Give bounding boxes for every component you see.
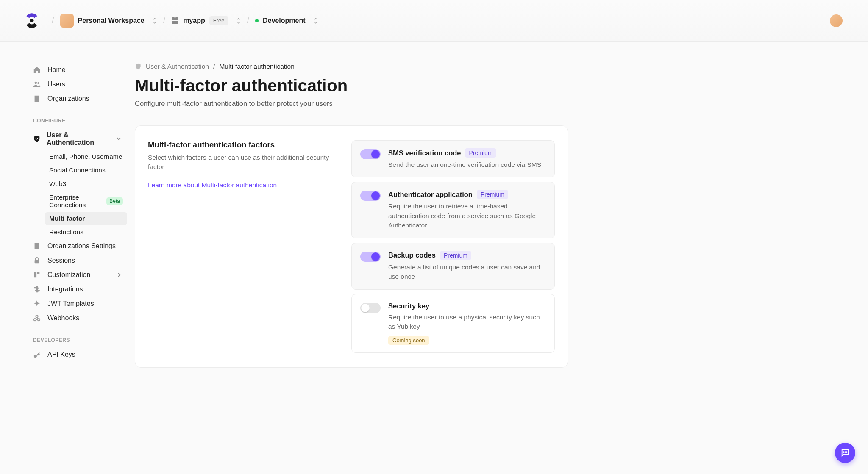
sidebar-item-label: API Keys bbox=[47, 351, 75, 358]
palette-icon bbox=[33, 271, 42, 279]
panel-description: Select which factors a user can use as t… bbox=[148, 153, 334, 172]
factor-toggle[interactable] bbox=[360, 191, 381, 201]
key-icon bbox=[33, 351, 42, 358]
premium-badge: Premium bbox=[465, 148, 496, 158]
svg-rect-2 bbox=[175, 17, 178, 20]
product-logo bbox=[25, 13, 38, 28]
factor-row: Authenticator application Premium Requir… bbox=[351, 182, 555, 238]
sidebar-item-label: Web3 bbox=[49, 180, 66, 188]
sidebar-item-api-keys[interactable]: API Keys bbox=[33, 347, 127, 362]
puzzle-icon bbox=[33, 286, 42, 293]
svg-rect-1 bbox=[172, 17, 175, 20]
breadcrumb-parent[interactable]: User & Authentication bbox=[146, 63, 209, 70]
chevron-down-icon bbox=[116, 135, 121, 143]
webhooks-icon bbox=[33, 314, 42, 322]
chevron-right-icon bbox=[117, 271, 121, 279]
beta-badge: Beta bbox=[106, 197, 123, 205]
main-content: User & Authentication / Multi-factor aut… bbox=[127, 42, 602, 385]
sidebar: Home Users Organizations CONFIGURE User … bbox=[0, 42, 127, 385]
factor-title: Authenticator application bbox=[388, 191, 473, 199]
factor-toggle[interactable] bbox=[360, 252, 381, 262]
app-icon bbox=[171, 17, 179, 25]
sidebar-item-label: Organizations Settings bbox=[47, 242, 116, 250]
home-icon bbox=[33, 66, 42, 74]
sidebar-heading-developers: DEVELOPERS bbox=[33, 325, 127, 347]
sidebar-item-webhooks[interactable]: Webhooks bbox=[33, 311, 127, 325]
sidebar-item-web3[interactable]: Web3 bbox=[45, 177, 127, 191]
sidebar-item-org-settings[interactable]: Organizations Settings bbox=[33, 239, 127, 253]
factor-description: Send the user an one-time verification c… bbox=[388, 160, 546, 169]
sidebar-item-email-phone[interactable]: Email, Phone, Username bbox=[45, 150, 127, 164]
workspace-selector[interactable]: Personal Workspace bbox=[60, 14, 157, 28]
sidebar-item-multi-factor[interactable]: Multi-factor bbox=[45, 212, 127, 225]
user-avatar[interactable] bbox=[830, 14, 843, 27]
sidebar-item-jwt[interactable]: JWT Templates bbox=[33, 297, 127, 311]
shield-icon bbox=[135, 63, 142, 70]
sidebar-item-social[interactable]: Social Connections bbox=[45, 164, 127, 177]
svg-point-4 bbox=[35, 82, 37, 84]
sidebar-item-organizations[interactable]: Organizations bbox=[33, 91, 127, 106]
sparkle-icon bbox=[33, 300, 42, 308]
svg-point-0 bbox=[30, 19, 34, 22]
users-icon bbox=[33, 80, 42, 88]
page-title: Multi-factor authentication bbox=[135, 76, 568, 95]
factors-card: Multi-factor authentication factors Sele… bbox=[135, 125, 568, 368]
factor-toggle[interactable] bbox=[360, 149, 381, 159]
shield-check-icon bbox=[33, 135, 41, 143]
sidebar-item-label: Social Connections bbox=[49, 166, 106, 174]
status-dot-icon bbox=[255, 19, 259, 22]
factor-description: Generate a list of unique codes a user c… bbox=[388, 263, 546, 282]
workspace-name: Personal Workspace bbox=[78, 17, 145, 25]
sidebar-item-label: JWT Templates bbox=[47, 300, 94, 308]
coming-soon-badge: Coming soon bbox=[388, 336, 429, 345]
sidebar-item-label: Organizations bbox=[47, 95, 89, 103]
breadcrumb-separator: / bbox=[163, 16, 166, 25]
workspace-avatar bbox=[60, 14, 74, 28]
breadcrumb: User & Authentication / Multi-factor aut… bbox=[135, 63, 568, 70]
plan-badge: Free bbox=[209, 16, 228, 25]
breadcrumb-separator: / bbox=[213, 63, 215, 70]
factor-title: SMS verification code bbox=[388, 149, 461, 157]
svg-rect-3 bbox=[172, 21, 178, 24]
building-icon bbox=[33, 95, 42, 103]
factor-row: SMS verification code Premium Send the u… bbox=[351, 140, 555, 177]
environment-selector[interactable]: Development bbox=[255, 17, 318, 25]
sidebar-item-label: Multi-factor bbox=[49, 215, 85, 222]
factor-title: Security key bbox=[388, 302, 429, 310]
sidebar-item-sessions[interactable]: Sessions bbox=[33, 253, 127, 268]
sidebar-item-label: Users bbox=[47, 80, 65, 88]
svg-point-9 bbox=[36, 315, 38, 317]
svg-rect-6 bbox=[35, 260, 39, 263]
sidebar-heading-configure: CONFIGURE bbox=[33, 106, 127, 128]
sidebar-item-customization[interactable]: Customization bbox=[33, 268, 127, 282]
app-selector[interactable]: myapp Free bbox=[171, 16, 241, 25]
sidebar-item-restrictions[interactable]: Restrictions bbox=[45, 225, 127, 239]
sidebar-item-label: Webhooks bbox=[47, 314, 79, 322]
panel-title: Multi-factor authentication factors bbox=[148, 140, 334, 150]
premium-badge: Premium bbox=[440, 251, 471, 260]
sidebar-item-enterprise[interactable]: Enterprise ConnectionsBeta bbox=[45, 191, 127, 212]
sidebar-item-home[interactable]: Home bbox=[33, 63, 127, 77]
sidebar-item-label: Restrictions bbox=[49, 228, 83, 236]
learn-more-link[interactable]: Learn more about Multi-factor authentica… bbox=[148, 181, 277, 188]
environment-name: Development bbox=[263, 17, 305, 25]
sidebar-item-user-auth[interactable]: User & Authentication bbox=[33, 128, 127, 150]
sidebar-item-label: Customization bbox=[47, 271, 90, 279]
sidebar-item-users[interactable]: Users bbox=[33, 77, 127, 91]
premium-badge: Premium bbox=[477, 190, 508, 199]
building-icon bbox=[33, 242, 42, 250]
sidebar-item-label: Email, Phone, Username bbox=[49, 153, 122, 161]
factor-toggle[interactable] bbox=[360, 303, 381, 313]
chevron-up-down-icon bbox=[313, 17, 318, 24]
factor-description: Require the user to use a physical secur… bbox=[388, 313, 546, 332]
breadcrumb-separator: / bbox=[52, 16, 54, 25]
svg-point-10 bbox=[34, 355, 37, 358]
sidebar-item-integrations[interactable]: Integrations bbox=[33, 282, 127, 297]
app-name: myapp bbox=[183, 17, 205, 25]
factor-row: Security key Require the user to use a p… bbox=[351, 294, 555, 353]
breadcrumb-current: Multi-factor authentication bbox=[219, 63, 294, 70]
breadcrumb-separator: / bbox=[247, 16, 250, 25]
factor-row: Backup codes Premium Generate a list of … bbox=[351, 243, 555, 290]
chevron-up-down-icon bbox=[236, 17, 241, 24]
sidebar-item-label: Home bbox=[47, 66, 66, 74]
